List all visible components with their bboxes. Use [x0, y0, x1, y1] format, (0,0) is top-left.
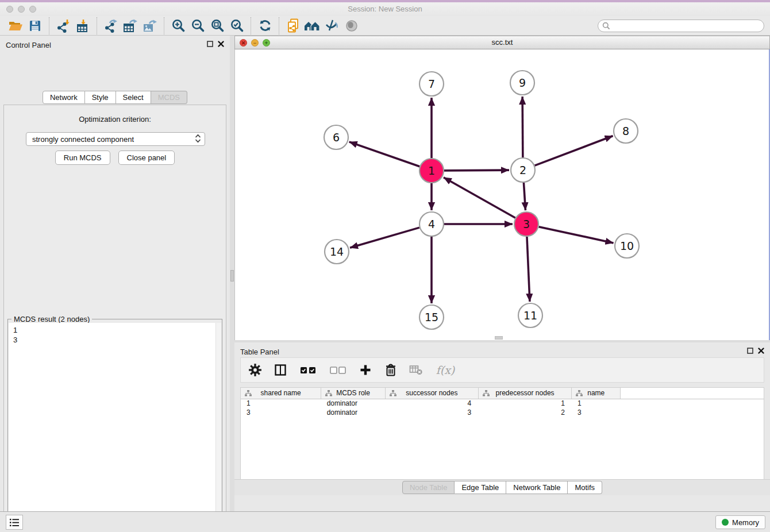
graph-node-14[interactable]: 14 — [325, 240, 349, 264]
graph-node-1[interactable]: 1 — [419, 159, 444, 183]
graph-edge-1-2[interactable] — [444, 170, 509, 171]
graph-node-8[interactable]: 8 — [614, 119, 638, 143]
run-mcds-button[interactable]: Run MCDS — [55, 151, 110, 165]
tab-motifs[interactable]: Motifs — [568, 481, 602, 494]
new-network-from-selection-icon[interactable] — [283, 17, 303, 34]
table-panel-title: Table Panel — [240, 348, 279, 356]
apply-layout-icon[interactable] — [303, 17, 322, 34]
close-panel-button[interactable]: Close panel — [118, 151, 175, 165]
close-window-icon[interactable] — [6, 6, 13, 13]
close-view-icon[interactable]: ✕ — [240, 39, 247, 47]
function-builder-icon: f(x) — [434, 363, 457, 377]
search-box[interactable] — [598, 20, 764, 32]
graph-node-3[interactable]: 3 — [514, 212, 538, 236]
hide-selected-icon[interactable] — [322, 17, 342, 34]
table-cell[interactable]: 3 — [572, 408, 621, 417]
save-session-icon[interactable] — [25, 17, 45, 34]
select-all-icon[interactable] — [298, 363, 318, 377]
graph-node-11[interactable]: 11 — [518, 303, 542, 327]
column-header-name[interactable]: name — [572, 388, 621, 399]
export-image-icon[interactable] — [140, 17, 160, 34]
graph-node-10[interactable]: 10 — [615, 234, 639, 258]
open-session-icon[interactable] — [6, 17, 25, 34]
result-scrollbar[interactable] — [215, 323, 221, 532]
column-header-MCDS-role[interactable]: MCDS role — [321, 388, 386, 399]
table-cell[interactable]: 1 — [478, 399, 572, 408]
minimize-view-icon[interactable]: − — [251, 39, 259, 47]
export-network-icon[interactable] — [101, 17, 121, 34]
graph-edge-3-11[interactable] — [527, 237, 530, 302]
table-cell[interactable]: 2 — [478, 408, 572, 417]
graph-node-2[interactable]: 2 — [511, 158, 535, 182]
columns-icon[interactable] — [273, 363, 288, 377]
maximize-window-icon[interactable] — [29, 6, 36, 13]
tab-style[interactable]: Style — [85, 91, 116, 104]
graph-edge-4-14[interactable] — [350, 228, 419, 248]
import-table-icon[interactable] — [73, 17, 93, 34]
zoom-out-icon[interactable] — [188, 17, 207, 34]
graph-node-9[interactable]: 9 — [510, 71, 534, 95]
graph-node-15[interactable]: 15 — [419, 305, 444, 329]
search-input[interactable] — [610, 22, 760, 30]
node-table[interactable]: shared nameMCDS rolesuccessor nodesprede… — [240, 387, 764, 488]
vertical-splitter[interactable] — [230, 36, 234, 511]
zoom-in-icon[interactable] — [168, 17, 188, 34]
delete-icon[interactable] — [383, 363, 398, 377]
graph-node-7[interactable]: 7 — [419, 72, 444, 96]
table-cell[interactable]: 3 — [241, 408, 321, 417]
tab-mcds[interactable]: MCDS — [151, 91, 187, 104]
tab-network-table[interactable]: Network Table — [506, 481, 568, 494]
graph-node-4[interactable]: 4 — [419, 212, 444, 236]
task-history-button[interactable] — [6, 515, 23, 530]
mcds-result-box: MCDS result (2 nodes) 13 — [7, 319, 222, 532]
graph-edge-2-3[interactable] — [523, 183, 525, 210]
minimize-window-icon[interactable] — [18, 6, 25, 13]
mcds-result-text[interactable]: 13 — [9, 323, 221, 532]
network-canvas[interactable]: 7968124314101511 — [234, 49, 770, 340]
tab-select[interactable]: Select — [116, 91, 151, 104]
tab-edge-table[interactable]: Edge Table — [455, 481, 506, 494]
float-panel-icon[interactable] — [207, 41, 213, 47]
table-tab-strip: Node TableEdge TableNetwork TableMotifs — [234, 479, 770, 495]
optimization-criterion-select[interactable]: strongly connected component — [26, 132, 205, 146]
table-row[interactable]: 3dominator323 — [241, 408, 764, 417]
selected-option: strongly connected component — [32, 135, 134, 144]
canvas-splitter-handle[interactable] — [495, 336, 503, 340]
tab-node-table[interactable]: Node Table — [402, 481, 455, 494]
zoom-selected-icon[interactable] — [227, 17, 247, 34]
add-column-icon[interactable] — [358, 363, 373, 377]
table-row[interactable]: 1dominator411 — [241, 399, 764, 408]
graph-edge-1-6[interactable] — [349, 142, 420, 167]
import-network-icon[interactable] — [53, 17, 73, 34]
delete-table-icon[interactable] — [409, 363, 424, 377]
graph-edge-3-1[interactable] — [444, 178, 515, 218]
table-cell[interactable]: dominator — [321, 399, 386, 408]
table-cell[interactable]: 4 — [386, 399, 479, 408]
memory-button[interactable]: Memory — [715, 515, 765, 529]
graph-edge-2-9[interactable] — [522, 97, 523, 157]
column-header-predecessor-nodes[interactable]: predecessor nodes — [478, 388, 572, 399]
tab-network[interactable]: Network — [43, 91, 85, 104]
column-header-successor-nodes[interactable]: successor nodes — [386, 388, 479, 399]
float-panel-icon[interactable] — [747, 348, 753, 354]
table-cell[interactable]: 1 — [241, 399, 321, 408]
column-header-shared-name[interactable]: shared name — [241, 388, 321, 399]
network-graph[interactable]: 7968124314101511 — [235, 49, 769, 339]
maximize-view-icon[interactable]: + — [263, 39, 270, 47]
deselect-all-icon[interactable] — [328, 363, 348, 377]
graph-edge-3-10[interactable] — [538, 227, 613, 243]
close-panel-icon[interactable] — [758, 348, 764, 354]
graph-edge-2-8[interactable] — [535, 136, 613, 166]
gear-icon[interactable] — [248, 363, 263, 377]
export-table-icon[interactable] — [121, 17, 140, 34]
refresh-icon[interactable] — [255, 17, 275, 34]
table-cell[interactable]: 3 — [386, 408, 479, 417]
table-cell[interactable]: 1 — [572, 399, 621, 408]
close-panel-icon[interactable] — [218, 41, 224, 47]
show-all-icon[interactable] — [342, 17, 361, 34]
table-cell[interactable]: dominator — [321, 408, 386, 417]
network-window-titlebar[interactable]: ✕ − + scc.txt — [234, 36, 770, 49]
graph-node-6[interactable]: 6 — [324, 125, 348, 149]
splitter-handle[interactable] — [230, 270, 234, 282]
zoom-fit-icon[interactable] — [207, 17, 227, 34]
